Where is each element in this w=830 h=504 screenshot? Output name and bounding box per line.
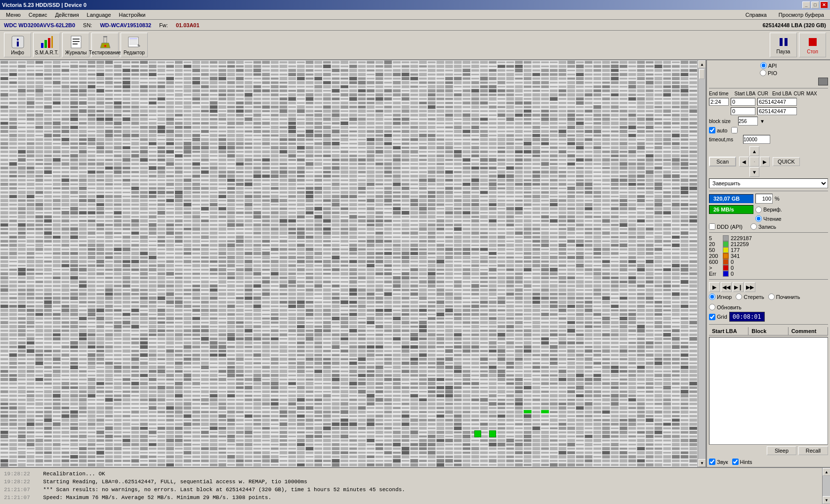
log-scroll-track[interactable] bbox=[823, 476, 830, 496]
sleep-button[interactable]: Sleep bbox=[767, 446, 796, 455]
menu-settings[interactable]: Настройки bbox=[115, 11, 150, 19]
grid-checkbox-label[interactable]: Grid bbox=[709, 314, 727, 320]
col-comment: Comment bbox=[788, 327, 828, 335]
current-end-input[interactable] bbox=[757, 107, 797, 115]
log-msg-0: Recalibration... OK bbox=[43, 471, 105, 477]
direction-pad: ▲ ◀ · ▶ ▼ bbox=[739, 146, 770, 177]
verify-radio-label[interactable]: Вериф. bbox=[755, 207, 782, 213]
scroll-down-button[interactable]: ▼ bbox=[698, 459, 706, 467]
cur-label: CUR bbox=[757, 91, 768, 96]
toolbar-editor-button[interactable]: Редактор bbox=[121, 33, 148, 57]
menu-service[interactable]: Сервис bbox=[25, 11, 51, 19]
recall-button[interactable]: Recall bbox=[798, 446, 828, 455]
update-radio-label[interactable]: Обновить bbox=[709, 304, 742, 310]
device-size: 625142448 LBA (320 GB) bbox=[762, 22, 826, 28]
auto-checkbox[interactable] bbox=[709, 127, 715, 133]
menu-bar: Меню Сервис Действия Language Настройки … bbox=[0, 10, 830, 20]
scroll-thumb[interactable] bbox=[699, 69, 705, 79]
info-icon bbox=[11, 35, 25, 49]
menu-help[interactable]: Справка bbox=[742, 11, 771, 19]
sleep-recall-row: Sleep Recall bbox=[709, 446, 828, 455]
erase-radio[interactable] bbox=[736, 294, 742, 300]
quick-button[interactable]: QUICK bbox=[773, 157, 800, 166]
toolbar-smart-button[interactable]: S.M.A.R.T. bbox=[33, 33, 60, 57]
blocksize-input[interactable] bbox=[738, 117, 758, 126]
ignore-radio-label[interactable]: Игнор bbox=[709, 294, 732, 300]
center-button[interactable]: · bbox=[749, 157, 759, 167]
verify-checkbox[interactable] bbox=[731, 127, 738, 133]
stat-color-err bbox=[723, 271, 729, 277]
finish-dropdown[interactable]: Завершить bbox=[709, 178, 828, 188]
menu-actions[interactable]: Действия bbox=[51, 11, 83, 19]
up-arrow-button[interactable]: ▲ bbox=[749, 146, 759, 156]
maximize-button[interactable]: □ bbox=[811, 1, 819, 8]
ignore-radio[interactable] bbox=[709, 294, 715, 300]
forward-button[interactable]: ▶▶ bbox=[745, 282, 755, 292]
auto-checkbox-label[interactable]: auto bbox=[709, 127, 727, 133]
ddd-checkbox[interactable] bbox=[709, 223, 715, 230]
stop-button[interactable]: Стоп bbox=[799, 33, 826, 57]
log-time-3: 21:21:07 bbox=[4, 495, 30, 501]
right-arrow-button[interactable]: ▶ bbox=[760, 157, 770, 167]
verify-radio[interactable] bbox=[755, 207, 762, 213]
log-scroll-up[interactable]: ▲ bbox=[823, 468, 830, 476]
log-scrollbar[interactable]: ▲ ▼ bbox=[822, 468, 830, 504]
stop-label: Стоп bbox=[807, 49, 818, 54]
write-radio[interactable] bbox=[750, 223, 757, 230]
sound-label: Звук bbox=[717, 459, 728, 465]
stat-row-600: 600 0 bbox=[709, 259, 828, 265]
menu-language[interactable]: Language bbox=[83, 11, 115, 19]
scan-button[interactable]: Scan bbox=[709, 157, 736, 167]
current-lba-input[interactable] bbox=[731, 107, 755, 115]
toolbar-test-button[interactable]: Тестирование bbox=[91, 33, 119, 57]
play-button[interactable]: ▶ bbox=[709, 282, 720, 292]
start-lba-input[interactable]: 0 bbox=[731, 98, 755, 106]
verify-checkbox-label[interactable] bbox=[731, 127, 738, 133]
log-scroll-down[interactable]: ▼ bbox=[823, 496, 830, 504]
percent-input[interactable] bbox=[755, 194, 773, 204]
update-radio[interactable] bbox=[709, 304, 715, 310]
toolbar-journal-button[interactable]: Журналы bbox=[62, 33, 89, 57]
menu-buffer[interactable]: Просмотр буфера bbox=[775, 11, 828, 19]
write-radio-label[interactable]: Запись bbox=[750, 223, 776, 230]
read-radio[interactable] bbox=[755, 215, 762, 222]
sound-checkbox-label[interactable]: Звук bbox=[709, 459, 728, 465]
menu-menu[interactable]: Меню bbox=[2, 11, 25, 19]
scroll-up-button[interactable]: ▲ bbox=[698, 60, 706, 68]
hints-checkbox-label[interactable]: Hints bbox=[732, 459, 752, 465]
grid-checkbox[interactable] bbox=[709, 314, 715, 320]
left-arrow-button[interactable]: ◀ bbox=[739, 157, 749, 167]
toolbar: Инфо S.M.A.R.T. Журналы bbox=[0, 31, 830, 60]
grid-row: Grid 00:08:01 bbox=[709, 312, 828, 322]
read-radio-label[interactable]: Чтение bbox=[755, 215, 782, 222]
app-title: Victoria 5.23 HDD/SSD | Device 0 bbox=[2, 2, 86, 8]
fix-radio-label[interactable]: Починить bbox=[768, 294, 800, 300]
journal-icon bbox=[69, 35, 83, 49]
close-button[interactable]: ✕ bbox=[820, 1, 828, 8]
pause-label: Пауза bbox=[777, 49, 790, 54]
api-radio[interactable] bbox=[760, 62, 767, 69]
down-arrow-button[interactable]: ▼ bbox=[749, 167, 759, 177]
toolbar-info-button[interactable]: Инфо bbox=[4, 33, 31, 57]
pio-radio-label[interactable]: PIO bbox=[760, 70, 777, 76]
lba-row2 bbox=[709, 107, 828, 115]
timeout-input[interactable] bbox=[743, 135, 770, 144]
api-radio-label[interactable]: API bbox=[760, 62, 777, 69]
end-lba-input[interactable]: 625142447 bbox=[757, 98, 797, 106]
time-input[interactable]: 2:24 bbox=[709, 98, 729, 106]
minimize-button[interactable]: _ bbox=[802, 1, 810, 8]
sound-checkbox[interactable] bbox=[709, 459, 715, 465]
fix-radio[interactable] bbox=[768, 294, 775, 300]
stat-row-gt: > 0 bbox=[709, 265, 828, 271]
error-table-header: Start LBA Block Comment bbox=[709, 327, 828, 336]
pause-button[interactable]: Пауза bbox=[770, 33, 797, 57]
pio-radio[interactable] bbox=[760, 70, 766, 76]
api-pio-section: API PIO bbox=[709, 62, 828, 76]
vertical-scrollbar[interactable]: ▲ ▼ bbox=[698, 60, 706, 467]
ddd-checkbox-label[interactable]: DDD (API) bbox=[709, 223, 743, 230]
erase-radio-label[interactable]: Стереть bbox=[736, 294, 764, 300]
rewind-button[interactable]: ◀◀ bbox=[721, 282, 732, 292]
scroll-track[interactable] bbox=[698, 68, 706, 459]
step-button[interactable]: ▶❙ bbox=[733, 282, 744, 292]
hints-checkbox[interactable] bbox=[732, 459, 739, 465]
